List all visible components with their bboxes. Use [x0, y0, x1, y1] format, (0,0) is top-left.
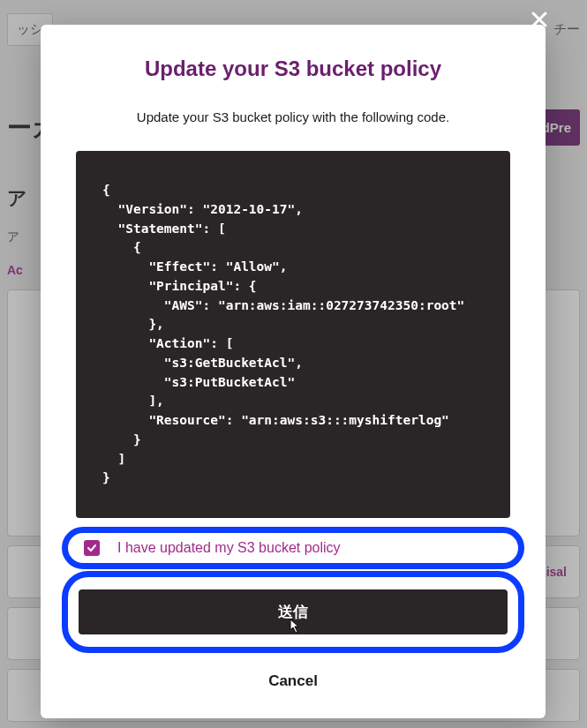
submit-highlight: 送信 — [62, 571, 524, 653]
modal-title: Update your S3 bucket policy — [62, 56, 524, 81]
policy-code-block[interactable]: { "Version": "2012-10-17", "Statement": … — [76, 151, 510, 518]
cancel-button[interactable]: Cancel — [62, 664, 524, 694]
modal-dialog: Update your S3 bucket policy Update your… — [41, 25, 546, 718]
cursor-icon — [285, 618, 301, 642]
checkbox-highlight: I have updated my S3 bucket policy — [62, 527, 524, 569]
modal-description: Update your S3 bucket policy with the fo… — [62, 109, 524, 124]
submit-button-label: 送信 — [278, 604, 308, 620]
checkmark-icon — [87, 543, 97, 553]
policy-updated-label: I have updated my S3 bucket policy — [117, 540, 341, 556]
submit-button[interactable]: 送信 — [79, 589, 508, 634]
close-icon[interactable] — [531, 7, 548, 34]
policy-updated-checkbox[interactable] — [84, 540, 100, 556]
